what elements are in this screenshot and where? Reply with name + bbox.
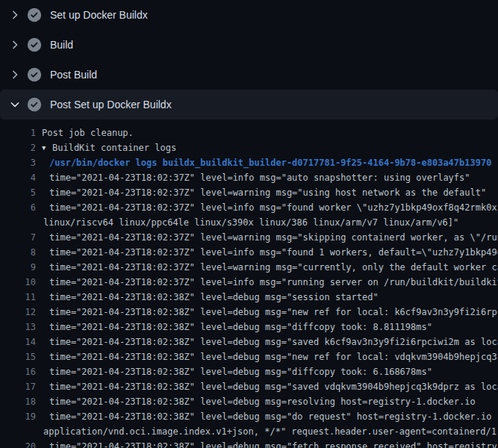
log-text: time="2021-04-23T18:02:38Z" level=debug …: [49, 349, 498, 364]
line-number[interactable]: 18: [0, 394, 36, 409]
log-line: 5 time="2021-04-23T18:02:37Z" level=warn…: [0, 185, 498, 200]
line-number[interactable]: 15: [0, 349, 36, 364]
log-text: time="2021-04-23T18:02:38Z" level=debug …: [49, 320, 432, 335]
log-line: 12 time="2021-04-23T18:02:38Z" level=deb…: [0, 305, 498, 320]
log-line: 15 time="2021-04-23T18:02:38Z" level=deb…: [0, 349, 498, 364]
log-line: 1 Post job cleanup.: [0, 125, 498, 140]
log-text: linux/riscv64 linux/ppc64le linux/s390x …: [43, 215, 458, 230]
log-text: time="2021-04-23T18:02:38Z" level=debug …: [49, 290, 379, 305]
step-post-set-up-docker-buildx[interactable]: Post Set up Docker Buildx: [0, 90, 498, 119]
log-text: time="2021-04-23T18:02:37Z" level=info m…: [49, 275, 498, 290]
log-text: time="2021-04-23T18:02:38Z" level=debug …: [49, 335, 498, 349]
line-number[interactable]: 2: [0, 140, 36, 155]
check-circle-icon: [27, 37, 42, 52]
log-line: 7 time="2021-04-23T18:02:37Z" level=warn…: [0, 230, 498, 245]
log-line: 20 time="2021-04-23T18:02:38Z" level=deb…: [0, 439, 498, 448]
log-line: 9 time="2021-04-23T18:02:37Z" level=warn…: [0, 260, 498, 275]
log-text: time="2021-04-23T18:02:37Z" level=warnin…: [49, 185, 486, 200]
step-post-build[interactable]: Post Build: [0, 60, 498, 90]
log-line: 3 /usr/bin/docker logs buildx_buildkit_b…: [0, 155, 498, 170]
log-text: time="2021-04-23T18:02:38Z" level=debug …: [49, 305, 498, 320]
line-number[interactable]: 19: [0, 409, 36, 424]
line-number[interactable]: 3: [0, 155, 36, 170]
line-number[interactable]: 14: [0, 335, 36, 349]
chevron-right-icon: [9, 69, 21, 81]
log-line: 4 time="2021-04-23T18:02:37Z" level=info…: [0, 170, 498, 185]
log-line: 16 time="2021-04-23T18:02:38Z" level=deb…: [0, 364, 498, 379]
chevron-right-icon: [9, 9, 21, 21]
log-text: BuildKit container logs: [52, 140, 176, 155]
chevron-right-icon: [9, 39, 21, 51]
log-line: 18 time="2021-04-23T18:02:38Z" level=deb…: [0, 394, 498, 409]
chevron-down-icon: [9, 99, 21, 111]
line-number[interactable]: 6: [0, 200, 36, 215]
log-line: 6 time="2021-04-23T18:02:37Z" level=info…: [0, 200, 498, 215]
line-number[interactable]: 5: [0, 185, 36, 200]
log-text: time="2021-04-23T18:02:37Z" level=info m…: [49, 245, 498, 260]
workflow-log-panel: Set up Docker Buildx Build Post Build: [0, 0, 498, 448]
log-text: time="2021-04-23T18:02:37Z" level=warnin…: [49, 260, 498, 275]
line-number[interactable]: 20: [0, 439, 36, 448]
log-text: Post job cleanup.: [42, 125, 134, 140]
line-number[interactable]: 16: [0, 364, 36, 379]
step-title: Post Build: [50, 67, 97, 82]
log-text: time="2021-04-23T18:02:38Z" level=debug …: [49, 439, 498, 448]
line-number[interactable]: 17: [0, 379, 36, 394]
step-title: Post Set up Docker Buildx: [50, 97, 172, 112]
log-line: 19 time="2021-04-23T18:02:38Z" level=deb…: [0, 409, 498, 424]
line-number[interactable]: 1: [0, 125, 36, 140]
check-circle-icon: [27, 7, 42, 22]
log-line: 10 time="2021-04-23T18:02:37Z" level=inf…: [0, 275, 498, 290]
line-number: [0, 424, 36, 439]
log-text: time="2021-04-23T18:02:38Z" level=debug …: [49, 409, 498, 424]
log-text: time="2021-04-23T18:02:37Z" level=warnin…: [49, 230, 498, 245]
group-toggle-icon[interactable]: ▼: [42, 140, 51, 155]
log-text: time="2021-04-23T18:02:37Z" level=info m…: [49, 200, 498, 215]
step-set-up-docker-buildx[interactable]: Set up Docker Buildx: [0, 0, 498, 30]
step-list: Set up Docker Buildx Build Post Build: [0, 0, 498, 119]
log-text: time="2021-04-23T18:02:38Z" level=debug …: [49, 394, 476, 409]
log-line: 13 time="2021-04-23T18:02:38Z" level=deb…: [0, 320, 498, 335]
line-number[interactable]: 7: [0, 230, 36, 245]
log-line: application/vnd.oci.image.index.v1+json,…: [0, 424, 498, 439]
log-text: time="2021-04-23T18:02:38Z" level=debug …: [49, 364, 432, 379]
log-line: linux/riscv64 linux/ppc64le linux/s390x …: [0, 215, 498, 230]
check-circle-icon: [27, 97, 42, 112]
line-number[interactable]: 4: [0, 170, 36, 185]
line-number[interactable]: 12: [0, 305, 36, 320]
log-area: 1 Post job cleanup. 2 ▼ BuildKit contain…: [0, 119, 498, 448]
log-text: time="2021-04-23T18:02:38Z" level=debug …: [49, 379, 498, 394]
log-line: 14 time="2021-04-23T18:02:38Z" level=deb…: [0, 335, 498, 349]
log-line: 17 time="2021-04-23T18:02:38Z" level=deb…: [0, 379, 498, 394]
step-build[interactable]: Build: [0, 30, 498, 60]
line-number[interactable]: 8: [0, 245, 36, 260]
step-title: Set up Docker Buildx: [50, 7, 148, 22]
line-number[interactable]: 13: [0, 320, 36, 335]
line-number: [0, 215, 36, 230]
log-text: application/vnd.oci.image.index.v1+json,…: [43, 424, 498, 439]
line-number[interactable]: 11: [0, 290, 36, 305]
log-text: /usr/bin/docker logs buildx_buildkit_bui…: [49, 155, 491, 170]
check-circle-icon: [27, 67, 42, 82]
step-title: Build: [50, 37, 73, 52]
log-line: 2 ▼ BuildKit container logs: [0, 140, 498, 155]
log-text: time="2021-04-23T18:02:37Z" level=info m…: [49, 170, 470, 185]
log-line: 11 time="2021-04-23T18:02:38Z" level=deb…: [0, 290, 498, 305]
log-line: 8 time="2021-04-23T18:02:37Z" level=info…: [0, 245, 498, 260]
line-number[interactable]: 9: [0, 260, 36, 275]
line-number[interactable]: 10: [0, 275, 36, 290]
